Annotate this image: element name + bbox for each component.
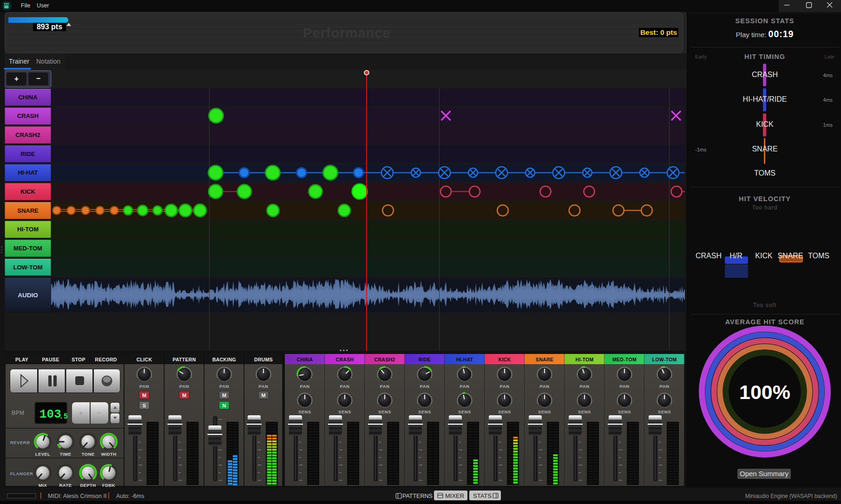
- svg-text:MED-TOM: MED-TOM: [13, 245, 42, 252]
- svg-text:SNARE: SNARE: [536, 357, 553, 362]
- svg-text:PATTERN: PATTERN: [172, 357, 196, 362]
- svg-text:RECORD: RECORD: [95, 357, 117, 362]
- svg-text:LOW-TOM: LOW-TOM: [652, 357, 677, 362]
- svg-text:PAN: PAN: [340, 384, 350, 389]
- svg-text:103: 103: [39, 407, 61, 421]
- svg-text:CLICK: CLICK: [137, 357, 152, 362]
- svg-text:CRASH: CRASH: [17, 112, 39, 119]
- svg-text:PAN: PAN: [259, 384, 269, 389]
- svg-text:SENS: SENS: [338, 409, 351, 414]
- svg-text:RATE: RATE: [59, 483, 72, 488]
- svg-text:PLAY: PLAY: [15, 357, 28, 362]
- svg-text:CHINA: CHINA: [18, 94, 38, 101]
- svg-text:SENS: SENS: [618, 409, 631, 414]
- svg-text:LEVEL: LEVEL: [35, 452, 51, 457]
- svg-text:CRASH2: CRASH2: [15, 131, 40, 138]
- svg-text:M: M: [142, 393, 146, 398]
- svg-text:PAN: PAN: [139, 384, 149, 389]
- svg-text:CHINA: CHINA: [297, 357, 313, 362]
- svg-text:DRUMS: DRUMS: [254, 357, 273, 362]
- svg-text:.5: .5: [59, 412, 68, 421]
- svg-text:−: −: [36, 74, 40, 82]
- svg-text:HI-TOM: HI-TOM: [17, 226, 39, 233]
- svg-text:HI-HAT: HI-HAT: [456, 357, 473, 362]
- svg-text:S: S: [143, 403, 146, 408]
- svg-text:PAN: PAN: [620, 384, 630, 389]
- svg-text:−: −: [97, 409, 101, 417]
- svg-text:N: N: [223, 403, 226, 408]
- svg-text:PAN: PAN: [420, 384, 430, 389]
- svg-text:PAN: PAN: [540, 384, 550, 389]
- svg-text:SENS: SENS: [578, 409, 591, 414]
- svg-text:SENS: SENS: [298, 409, 311, 414]
- svg-text:100%: 100%: [739, 381, 790, 403]
- svg-text:PAN: PAN: [219, 384, 229, 389]
- svg-text:TIME: TIME: [60, 452, 71, 457]
- svg-text:WIDTH: WIDTH: [101, 452, 116, 457]
- svg-text:SENS: SENS: [418, 409, 431, 414]
- svg-text:RIDE: RIDE: [20, 151, 35, 157]
- svg-text:BACKING: BACKING: [212, 357, 236, 362]
- svg-text:PAN: PAN: [460, 384, 470, 389]
- svg-text:STOP: STOP: [72, 357, 85, 362]
- svg-text:M: M: [182, 393, 186, 398]
- svg-text:PAN: PAN: [660, 384, 670, 389]
- svg-text:KICK: KICK: [20, 188, 35, 195]
- svg-text:HI-HAT: HI-HAT: [18, 169, 38, 176]
- svg-text:HI-TOM: HI-TOM: [576, 357, 594, 362]
- svg-text:+: +: [14, 75, 19, 83]
- svg-text:AUDIO: AUDIO: [18, 292, 38, 299]
- svg-text:KICK: KICK: [499, 357, 511, 362]
- svg-text:DEPTH: DEPTH: [80, 483, 96, 488]
- svg-text:FDBK: FDBK: [102, 483, 115, 488]
- svg-text:SNARE: SNARE: [17, 207, 39, 214]
- svg-text:M: M: [261, 393, 265, 398]
- svg-text:SENS: SENS: [538, 409, 551, 414]
- svg-text:+: +: [79, 409, 83, 417]
- svg-text:CRASH2: CRASH2: [375, 357, 395, 362]
- svg-text:MED-TOM: MED-TOM: [612, 357, 637, 362]
- svg-text:MIX: MIX: [39, 483, 47, 488]
- svg-text:SENS: SENS: [658, 409, 671, 414]
- svg-text:PAN: PAN: [500, 384, 510, 389]
- svg-text:M: M: [222, 393, 226, 398]
- svg-text:PAN: PAN: [580, 384, 590, 389]
- svg-text:TONE: TONE: [82, 452, 95, 457]
- svg-text:LOW-TOM: LOW-TOM: [13, 264, 42, 271]
- svg-text:PAN: PAN: [380, 384, 390, 389]
- svg-text:FLANGER: FLANGER: [10, 471, 33, 476]
- svg-text:PAUSE: PAUSE: [42, 357, 59, 362]
- svg-text:SENS: SENS: [498, 409, 511, 414]
- svg-text:SENS: SENS: [458, 409, 471, 414]
- svg-text:RIDE: RIDE: [419, 357, 431, 362]
- svg-text:PAN: PAN: [300, 384, 310, 389]
- svg-text:PAN: PAN: [179, 384, 189, 389]
- svg-text:SENS: SENS: [378, 409, 391, 414]
- svg-text:BPM: BPM: [12, 410, 25, 416]
- svg-text:CRASH: CRASH: [336, 357, 354, 362]
- svg-text:REVERB: REVERB: [10, 440, 30, 445]
